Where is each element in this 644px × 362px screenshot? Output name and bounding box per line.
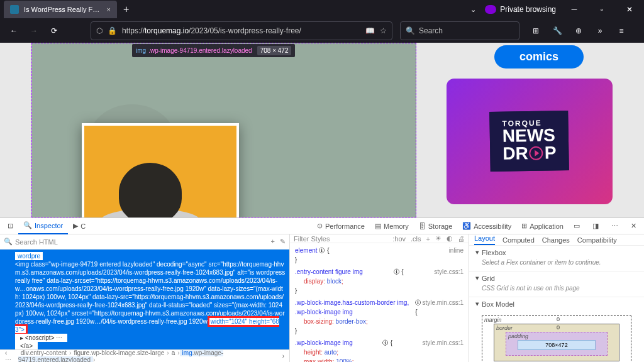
lock-icon[interactable]: 🔒 <box>108 26 117 35</box>
inspector-infobar: img.wp-image-94719.entered.lazyloaded 70… <box>132 44 295 57</box>
news-line1: NEWS <box>502 128 557 145</box>
browser-titlebar: Is WordPress Really Free? The Costs × + … <box>0 0 644 19</box>
inspected-image-region[interactable]: img.wp-image-94719.entered.lazyloaded 70… <box>31 43 416 217</box>
address-bar[interactable]: ⬡ 🔒 https://torquemag.io/2023/05/is-word… <box>91 21 392 40</box>
layout-tab-layout[interactable]: Layout <box>474 234 495 245</box>
tab-performance[interactable]: ⊙Performance <box>312 218 370 234</box>
close-window-button[interactable]: ✕ <box>620 1 639 18</box>
page-viewport: img.wp-image-94719.entered.lazyloaded 70… <box>0 43 644 217</box>
tab-memory[interactable]: ▤Memory <box>370 218 414 234</box>
breadcrumb-item[interactable]: div.entry-content <box>18 349 69 356</box>
url-text: https://torquemag.io/2023/05/is-wordpres… <box>122 26 360 35</box>
favicon-icon <box>10 5 19 14</box>
tab-accessibility[interactable]: ♿Accessibility <box>457 218 516 234</box>
search-bar[interactable]: 🔍 Search <box>400 21 519 40</box>
devtools-tabs: ⊡ 🔍Inspector ▶C ⊙Performance ▤Memory 🗄St… <box>0 218 644 234</box>
menu-button[interactable]: ≡ <box>613 22 630 40</box>
html-noscript: ▸ <noscript> ⋯ <box>15 334 67 342</box>
contrast-button[interactable]: ◐ <box>447 234 453 243</box>
close-tab-icon[interactable]: × <box>107 6 111 13</box>
bookmark-icon[interactable]: ☆ <box>380 26 387 35</box>
search-icon: 🔍 <box>4 238 13 246</box>
browser-navbar: ← → ⟳ ⬡ 🔒 https://torquemag.io/2023/05/i… <box>0 19 644 43</box>
extensions-button[interactable]: ⊞ <box>527 22 545 40</box>
responsive-mode-button[interactable]: ▭ <box>569 218 585 234</box>
inspect-element-button[interactable]: ⊡ <box>3 218 18 234</box>
filter-styles-input[interactable]: Filter Styles <box>294 235 330 243</box>
breadcrumb-item[interactable]: a <box>169 349 178 356</box>
cls-button[interactable]: .cls <box>411 235 421 243</box>
infobar-dimensions: 708 × 472 <box>257 46 292 55</box>
grid-body: CSS Grid is not in use on this page <box>475 282 638 294</box>
layout-tab-compatibility[interactable]: Compatibility <box>577 236 617 244</box>
devtools-menu-button[interactable]: ⋯ <box>606 218 623 234</box>
tab-title: Is WordPress Really Free? The Costs <box>24 6 102 13</box>
minimize-button[interactable]: ─ <box>565 1 584 18</box>
crumb-next[interactable]: › <box>280 353 287 359</box>
breadcrumbs: ‹ ⋯ div.entry-content›figure.wp-block-im… <box>0 349 289 362</box>
infobar-classes: .wp-image-94719.entered.lazyloaded <box>148 47 252 54</box>
html-preceding: wordpre <box>15 252 43 260</box>
html-tree[interactable]: wordpre <img class="wp-image-94719 enter… <box>0 250 289 349</box>
tab-storage[interactable]: 🗄Storage <box>414 218 458 234</box>
styles-panel: Filter Styles :hov .cls + ☀ ◐ 🖨 element … <box>290 234 469 362</box>
browser-tab[interactable]: Is WordPress Really Free? The Costs × <box>4 1 117 18</box>
search-icon: 🔍 <box>406 26 415 35</box>
html-panel: 🔍 Search HTML + ✎ wordpre <img class="wp… <box>0 234 290 362</box>
infobar-tag: img <box>136 47 146 54</box>
overflow-button[interactable]: » <box>591 22 609 40</box>
tab-console[interactable]: ▶C <box>68 218 91 234</box>
layout-tab-changes[interactable]: Changes <box>542 236 570 244</box>
sidebar-column: comics TORQUE NEWS DR P <box>416 43 644 217</box>
light-button[interactable]: ☀ <box>435 234 441 243</box>
search-html-input[interactable]: Search HTML <box>15 238 58 246</box>
box-model-content: 708×472 <box>518 340 596 350</box>
image-preview-tooltip <box>82 123 239 217</box>
devtools-panel: ⊡ 🔍Inspector ▶C ⊙Performance ▤Memory 🗄St… <box>0 217 644 362</box>
flexbox-header[interactable]: ▾ Flexbox <box>475 248 638 256</box>
devtools-button[interactable]: 🔧 <box>548 22 566 40</box>
shield-icon[interactable]: ⬡ <box>96 26 103 35</box>
private-browsing-badge: Private browsing <box>485 5 556 14</box>
grid-header[interactable]: ▾ Grid <box>475 274 638 282</box>
chevron-down-icon[interactable]: ⌄ <box>470 6 476 14</box>
comics-button[interactable]: comics <box>494 45 584 69</box>
news-line2: DR P <box>502 143 557 164</box>
box-model-diagram[interactable]: margin0 border0 padding 708×472 <box>469 310 644 362</box>
layout-tab-computed[interactable]: Computed <box>502 236 535 244</box>
new-rule-button[interactable]: + <box>426 235 430 243</box>
devtools-close-button[interactable]: ✕ <box>626 218 641 234</box>
print-button[interactable]: 🖨 <box>458 235 465 243</box>
html-search-bar: 🔍 Search HTML + ✎ <box>0 234 289 250</box>
play-icon <box>530 146 543 160</box>
html-selected-node: <img class="wp-image-94719 entered lazyl… <box>15 261 285 325</box>
html-close-a: </a> <box>15 342 38 349</box>
boxmodel-header[interactable]: ▾ Box Model <box>475 300 638 308</box>
news-drop-card[interactable]: TORQUE NEWS DR P <box>447 79 613 204</box>
eyedropper-button[interactable]: ✎ <box>280 238 286 246</box>
dock-button[interactable]: ◨ <box>587 218 604 234</box>
breadcrumb-item[interactable]: figure.wp-block-image.size-large <box>71 349 167 356</box>
layout-panel: LayoutComputedChangesCompatibility ▾ Fle… <box>469 234 644 362</box>
tab-inspector[interactable]: 🔍Inspector <box>18 218 68 234</box>
maximize-button[interactable]: ▫ <box>592 1 611 18</box>
back-button[interactable]: ← <box>5 22 23 40</box>
search-placeholder: Search <box>419 26 443 35</box>
css-rules[interactable]: element 🛈 {inline} .entry-content figure… <box>290 243 469 362</box>
addon-button[interactable]: ⊕ <box>570 22 587 40</box>
crumb-prev[interactable]: ‹ ⋯ <box>3 349 17 362</box>
layout-tabs: LayoutComputedChangesCompatibility <box>469 234 644 246</box>
tab-application[interactable]: ⊞Application <box>516 218 569 234</box>
reload-button[interactable]: ⟳ <box>45 22 63 40</box>
private-label: Private browsing <box>500 5 556 14</box>
reader-icon[interactable]: 📖 <box>365 26 375 35</box>
forward-button[interactable]: → <box>25 22 43 40</box>
new-tab-button[interactable]: + <box>117 4 135 15</box>
add-node-button[interactable]: + <box>271 238 275 246</box>
hov-button[interactable]: :hov <box>392 235 406 243</box>
mask-icon <box>485 5 496 14</box>
flexbox-body: Select a Flex container or item to conti… <box>475 256 638 268</box>
